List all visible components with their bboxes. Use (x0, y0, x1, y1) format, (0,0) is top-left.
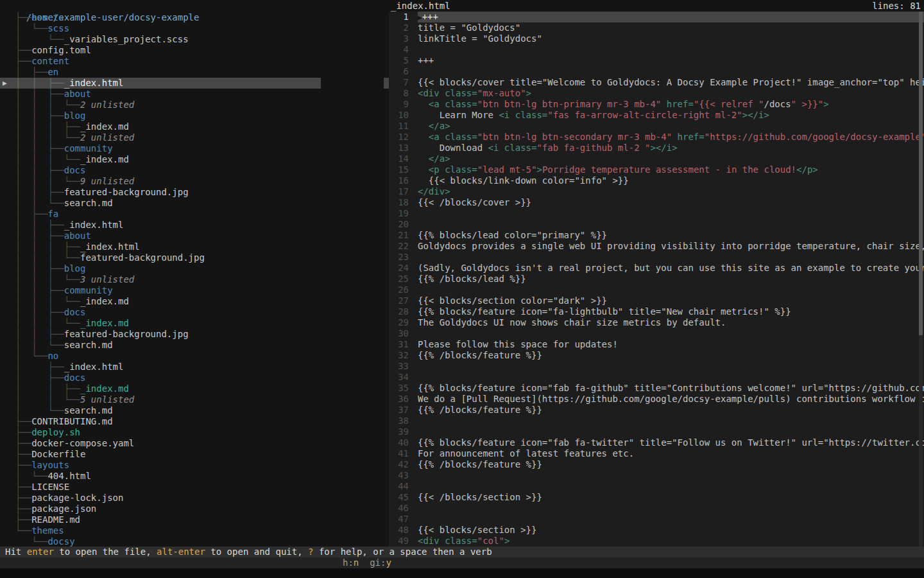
preview-scrollbar[interactable] (919, 12, 923, 547)
tree-item-layouts[interactable]: ├──layouts (0, 460, 389, 471)
line-number: 49 (389, 536, 409, 547)
line-number: 45 (389, 492, 409, 503)
tree-item-community[interactable]: │ │ ├──community (0, 285, 389, 296)
code-view: 1▶+++2title = "Goldydocs"3linkTitle = "G… (389, 12, 924, 547)
code-line: 34 (389, 372, 924, 383)
tree-item-en[interactable]: │ ├──en (0, 67, 389, 78)
tree-item-2-unlisted[interactable]: │ │ │ └──2 unlisted (0, 132, 389, 143)
tree-branch-lines: ├── (4, 514, 31, 525)
command-input[interactable]: :e (0, 557, 924, 568)
tree-item-package-lock.json[interactable]: ├──package-lock.json (0, 493, 389, 504)
preview-scrollbar-thumb[interactable] (919, 12, 923, 335)
line-number: 24 (389, 263, 409, 274)
tree-branch-lines: ├── (4, 460, 31, 470)
code-line: 46 (389, 503, 924, 514)
tree-item-label: blog (64, 263, 86, 274)
line-number: 13 (389, 143, 409, 153)
code-line: 15 <p class="lead mt-5">Porridge tempera… (389, 164, 924, 175)
tree-item-label: featured-background.jpg (80, 252, 205, 263)
code-text (418, 514, 924, 525)
tree-item-404.html[interactable]: │ └──404.html (0, 471, 389, 482)
tree-item-blog[interactable]: │ │ ├──blog (0, 263, 389, 274)
tree-item-LICENSE[interactable]: ├──LICENSE (0, 482, 389, 493)
tree-item-CONTRIBUTING.md[interactable]: ├──CONTRIBUTING.md (0, 416, 389, 427)
code-text: {{< /blocks/cover >}} (418, 197, 924, 208)
tree-item-themes[interactable]: └──themes (0, 525, 389, 536)
tree-item-featured-background.jpg[interactable]: │ │ ├──featured-background.jpg (0, 329, 389, 340)
tree-item-config.toml[interactable]: ├──config.toml (0, 45, 389, 56)
code-line: 30 (389, 328, 924, 339)
tree-item-deploy.sh[interactable]: ├──deploy.sh (0, 427, 389, 438)
code-text: linkTitle = "Goldydocs" (418, 33, 924, 44)
line-number: 22 (389, 241, 409, 252)
tree-item-5-unlisted[interactable]: │ │ └──5 unlisted (0, 394, 389, 405)
tree-item-about[interactable]: │ │ ├──about (0, 89, 389, 100)
tree-item-scss[interactable]: │ └──scss (0, 23, 389, 34)
tree-item-fa[interactable]: │ ├──fa (0, 209, 389, 220)
tree-item-_index.html[interactable]: │ │ ├──_index.html (0, 220, 389, 231)
tree-item-README.md[interactable]: ├──README.md (0, 514, 389, 525)
tree-item-docsy[interactable]: └──docsy (0, 536, 389, 547)
tree-item-docker-compose.yaml[interactable]: ├──docker-compose.yaml (0, 438, 389, 449)
tree-item-search.md[interactable]: │ └──search.md (0, 405, 389, 416)
tree-branch-lines: │ │ ├── (4, 329, 64, 339)
tree-branch-lines: └── (4, 536, 47, 547)
code-line: 35{{% blocks/feature icon="fab fa-github… (389, 383, 924, 394)
tree-item-Dockerfile[interactable]: ├──Dockerfile (0, 449, 389, 460)
tree-item-label: config.toml (31, 45, 91, 55)
code-text (418, 416, 924, 426)
tree-branch-lines: └── (4, 525, 31, 536)
code-line: 37{{% /blocks/feature %}} (389, 405, 924, 416)
tree-item-assets[interactable]: ├──assets (0, 12, 389, 23)
line-number: 30 (389, 328, 409, 339)
tree-item-package.json[interactable]: ├──package.json (0, 504, 389, 514)
tree-item-no[interactable]: │ └──no (0, 351, 389, 362)
line-number: 38 (389, 416, 409, 426)
line-number: 19 (389, 208, 409, 219)
tree-branch-lines: │ │ │ └── (4, 318, 80, 328)
code-line: 18{{< /blocks/cover >}} (389, 197, 924, 208)
tree-item-_index.md[interactable]: │ │ ├──_index.md (0, 383, 389, 394)
tree-item-label: content (31, 56, 69, 66)
tree-item-_index.md[interactable]: │ │ │ └──_index.md (0, 296, 389, 307)
line-number: 15 (389, 164, 409, 175)
tree-branch-lines: │ │ ├── (4, 89, 64, 99)
tree-item-_variables_project.scss[interactable]: │ └──_variables_project.scss (0, 34, 389, 45)
tree-item-community[interactable]: │ │ ├──community (0, 143, 389, 154)
tree-item-_index.html[interactable]: │ │ │ ├──_index.html (0, 241, 389, 252)
line-number: 1 (389, 12, 409, 22)
preview-filename: _index.html (391, 0, 450, 12)
tree-item-docs[interactable]: │ ├──docs (0, 372, 389, 383)
tree-branch-lines: │ │ │ └── (4, 100, 80, 110)
tree-item-featured-background.jpg[interactable]: │ │ │ └──featured-background.jpg (0, 252, 389, 263)
tree-item-blog[interactable]: │ │ ├──blog (0, 110, 389, 121)
tree-item-content[interactable]: ├──content (0, 56, 389, 67)
line-number: 28 (389, 306, 409, 317)
selected-line-arrow-icon: ▶ (418, 13, 422, 22)
tree-item-2-unlisted[interactable]: │ │ │ └──2 unlisted (0, 100, 389, 110)
tree-item-search.md[interactable]: │ │ └──search.md (0, 340, 389, 351)
tree-item-_index.html[interactable]: ▶ │ │ ├──_index.html (0, 78, 321, 89)
code-text (418, 470, 924, 481)
line-number: 14 (389, 153, 409, 164)
tree-branch-lines: ├── (4, 45, 31, 55)
search-mode-flags[interactable]: h:n gi:y (343, 557, 391, 568)
tree-item-featured-background.jpg[interactable]: │ │ ├──featured-background.jpg (0, 187, 389, 198)
tree-item-_index.md[interactable]: │ │ │ └──_index.md (0, 318, 389, 329)
tree-item-_index.html[interactable]: │ ├──_index.html (0, 362, 389, 372)
tree-item-_index.md[interactable]: │ │ │ ├──_index.md (0, 121, 389, 132)
tree-item-docs[interactable]: │ │ ├──docs (0, 307, 389, 318)
code-text: We do a [Pull Request](https://github.co… (418, 394, 924, 405)
tree-item-9-unlisted[interactable]: │ │ │ └──9 unlisted (0, 176, 389, 187)
tree-item-3-unlisted[interactable]: │ │ │ └──3 unlisted (0, 274, 389, 285)
tree-item-label: no (47, 351, 58, 361)
code-text (418, 208, 924, 219)
tree-branch-lines: │ │ ├── (4, 165, 64, 175)
line-number: 10 (389, 110, 409, 121)
tree-item-search.md[interactable]: │ │ └──search.md (0, 198, 389, 209)
tree-item-docs[interactable]: │ │ ├──docs (0, 165, 389, 176)
code-text: <p class="lead mt-5">Porridge temperatur… (418, 164, 924, 175)
tree-root-path[interactable]: /home/example-user/docsy-example (0, 1, 389, 12)
tree-item-about[interactable]: │ │ ├──about (0, 231, 389, 241)
tree-item-_index.md[interactable]: │ │ │ └──_index.md (0, 154, 389, 165)
